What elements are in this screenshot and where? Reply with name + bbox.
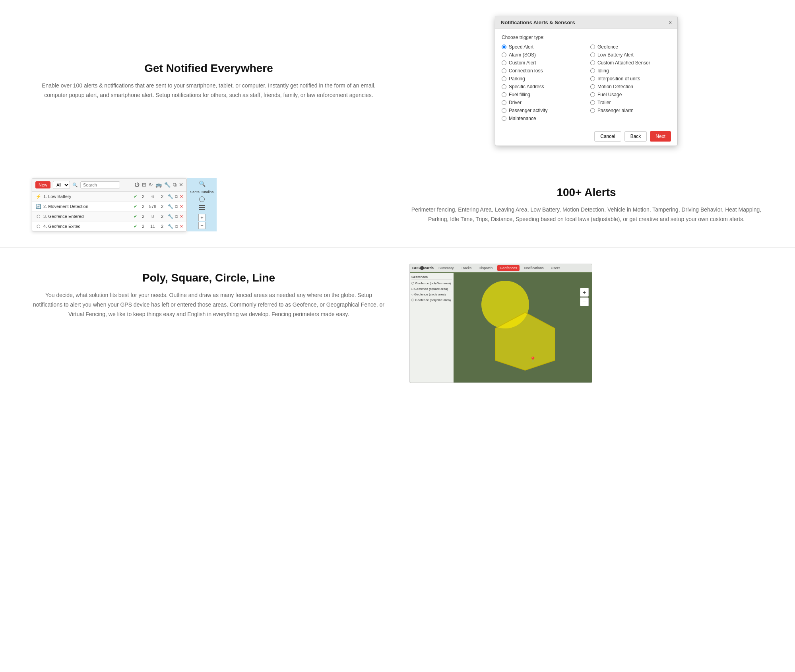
tab-users[interactable]: Users — [549, 265, 563, 271]
zoom-out-mini[interactable]: − — [198, 222, 206, 229]
tab-notifications[interactable]: Notifications — [522, 265, 546, 271]
refresh-icon[interactable]: ↻ — [149, 182, 153, 188]
trigger-label: Choose trigger type: — [502, 35, 671, 40]
notifications-modal: Notifications Alerts & Sensors × Choose … — [495, 16, 678, 146]
geo-sidebar-row-4[interactable]: ⬡ Geofence (poly/line area) — [411, 297, 452, 303]
geo-hexagon-shape — [489, 309, 561, 372]
radio-motion-detection[interactable]: Motion Detection — [590, 84, 671, 89]
alert-list-container: New All 🔍 ⏻ ⊞ ↻ 🚌 🔧 ⧉ ✕ — [32, 178, 386, 231]
new-alert-button[interactable]: New — [35, 181, 50, 188]
close-icon[interactable]: ✕ — [179, 182, 183, 188]
modal-body: Choose trigger type: Speed Alert Geofenc… — [495, 29, 677, 127]
alerts-text: 100+ Alerts Perimeter fencing, Entering … — [409, 178, 763, 224]
back-button[interactable]: Back — [624, 131, 647, 142]
geo-enter-icon: ⬡ — [35, 214, 42, 219]
vehicle-icon[interactable]: 🚌 — [155, 182, 162, 188]
radio-passenger-alarm[interactable]: Passenger alarm — [590, 108, 671, 113]
svg-rect-2 — [199, 209, 205, 210]
alert-row-movement: 🔄 2. Movement Detection ✓ 2 578 2 🔧 ⧉ ✕ — [32, 202, 186, 212]
delete-low-battery[interactable]: ✕ — [180, 194, 183, 199]
radio-maintenance[interactable]: Maintenance — [502, 116, 582, 121]
section-geofence: Poly, Square, Circle, Line You decide, w… — [0, 248, 795, 399]
radio-parking[interactable]: Parking — [502, 76, 582, 82]
notifications-image-col: Notifications Alerts & Sensors × Choose … — [409, 16, 763, 146]
power-icon[interactable]: ⏻ — [134, 182, 140, 188]
geo-sidebar-row-3[interactable]: ○ Geofence (circle area) — [411, 292, 452, 297]
alert-row-low-battery: ⚡ 1. Low Battery ✓ 2 6 2 🔧 ⧉ ✕ — [32, 192, 186, 202]
tab-tracks[interactable]: Tracks — [459, 265, 474, 271]
alert-name-low-battery: 1. Low Battery — [43, 194, 132, 199]
alert-row-geo-entered: ⬡ 3. Geofence Entered ✓ 2 8 2 🔧 ⧉ ✕ — [32, 212, 186, 221]
geofence-description: You decide, what solution fits best for … — [32, 291, 386, 319]
screen-icon[interactable]: ⊞ — [142, 182, 146, 188]
radio-alarm-sos[interactable]: Alarm (SOS) — [502, 52, 582, 58]
alert-name-geo-exited: 4. Geofence Exited — [43, 224, 132, 229]
geofence-image-col: GPS⚫cards Summary Tracks Dispatch Geofen… — [409, 264, 763, 383]
zoom-in-button[interactable]: + — [580, 288, 589, 297]
radio-driver[interactable]: Driver — [502, 100, 582, 105]
alert-row-geo-exited: ⬡ 4. Geofence Exited ✓ 2 11 2 🔧 ⧉ ✕ — [32, 221, 186, 231]
search-input[interactable] — [80, 181, 120, 188]
modal-close-button[interactable]: × — [669, 19, 672, 25]
tab-geofences[interactable]: Geofences — [497, 265, 520, 271]
geo-sidebar: Geofences ⬡ Geofence (poly/line area) □ … — [410, 273, 454, 383]
tab-summary[interactable]: Summary — [436, 265, 456, 271]
copy-icon[interactable]: ⧉ — [173, 182, 176, 188]
modal-options-grid: Speed Alert Geofence Alarm (SOS) Low Bat… — [502, 44, 671, 121]
geofence-mockup: GPS⚫cards Summary Tracks Dispatch Geofen… — [409, 264, 592, 383]
geo-sidebar-row-1[interactable]: ⬡ Geofence (poly/line area) — [411, 281, 452, 286]
radio-custom-alert[interactable]: Custom Alert — [502, 60, 582, 66]
radio-trailer[interactable]: Trailer — [590, 100, 671, 105]
alert-toolbar: New All 🔍 ⏻ ⊞ ↻ 🚌 🔧 ⧉ ✕ — [32, 179, 186, 192]
geo-zoom-controls: + − — [580, 288, 589, 306]
alerts-description: Perimeter fencing, Entering Area, Leavin… — [409, 205, 763, 224]
movement-icon: 🔄 — [35, 204, 42, 209]
delete-movement[interactable]: ✕ — [180, 204, 183, 209]
zoom-in-mini[interactable]: + — [198, 214, 206, 221]
radio-low-battery-alert[interactable]: Low Battery Alert — [590, 52, 671, 58]
tool-icon[interactable]: 🔧 — [164, 182, 171, 188]
alerts-image-col: New All 🔍 ⏻ ⊞ ↻ 🚌 🔧 ⧉ ✕ — [32, 178, 386, 231]
notifications-title: Get Notified Everywhere — [32, 62, 386, 75]
layers-icon[interactable] — [199, 205, 205, 211]
radio-fuel-filling[interactable]: Fuel filling — [502, 92, 582, 97]
notifications-description: Enable over 100 alerts & notifications t… — [32, 81, 386, 100]
next-button[interactable]: Next — [650, 131, 671, 142]
geo-exit-icon: ⬡ — [35, 224, 42, 229]
geo-sidebar-row-2[interactable]: □ Geofence (square area) — [411, 286, 452, 292]
geo-sidebar-header: Geofences — [411, 274, 452, 280]
filter-select[interactable]: All — [53, 181, 70, 189]
svg-rect-0 — [199, 205, 205, 206]
magnify-icon[interactable]: 🔍 — [199, 181, 206, 187]
svg-marker-3 — [495, 313, 555, 370]
radio-connection-loss[interactable]: Connection loss — [502, 68, 582, 74]
radio-interposition[interactable]: Interposition of units — [590, 76, 671, 82]
zoom-out-button[interactable]: − — [580, 297, 589, 306]
gps-brand: GPS⚫cards — [412, 266, 434, 270]
map-circle-indicator — [199, 196, 205, 202]
map-label: Santa Catalina — [190, 190, 213, 194]
geofence-text: Poly, Square, Circle, Line You decide, w… — [32, 264, 386, 319]
radio-speed-alert[interactable]: Speed Alert — [502, 44, 582, 50]
radio-idling[interactable]: Idling — [590, 68, 671, 74]
tab-dispatch[interactable]: Dispatch — [476, 265, 495, 271]
radio-geofence[interactable]: Geofence — [590, 44, 671, 50]
svg-rect-1 — [199, 207, 205, 208]
cancel-button[interactable]: Cancel — [594, 131, 621, 142]
radio-custom-sensor[interactable]: Custom Attached Sensor — [590, 60, 671, 66]
radio-passenger-activity[interactable]: Passenger activity — [502, 108, 582, 113]
alerts-title: 100+ Alerts — [409, 186, 763, 199]
section-alerts: New All 🔍 ⏻ ⊞ ↻ 🚌 🔧 ⧉ ✕ — [0, 162, 795, 248]
alert-name-movement: 2. Movement Detection — [43, 204, 132, 209]
mini-map-panel: 🔍 Santa Catalina + − — [187, 178, 217, 231]
modal-footer: Cancel Back Next — [495, 127, 677, 146]
search-icon: 🔍 — [72, 183, 78, 188]
radio-fuel-usage[interactable]: Fuel Usage — [590, 92, 671, 97]
geofence-title: Poly, Square, Circle, Line — [32, 272, 386, 284]
modal-title: Notifications Alerts & Sensors — [501, 19, 575, 25]
radio-specific-address[interactable]: Specific Address — [502, 84, 582, 89]
delete-geo-exited[interactable]: ✕ — [180, 224, 183, 229]
delete-geo-entered[interactable]: ✕ — [180, 214, 183, 219]
notifications-text: Get Notified Everywhere Enable over 100 … — [32, 62, 386, 100]
geo-toolbar: GPS⚫cards Summary Tracks Dispatch Geofen… — [410, 264, 592, 272]
